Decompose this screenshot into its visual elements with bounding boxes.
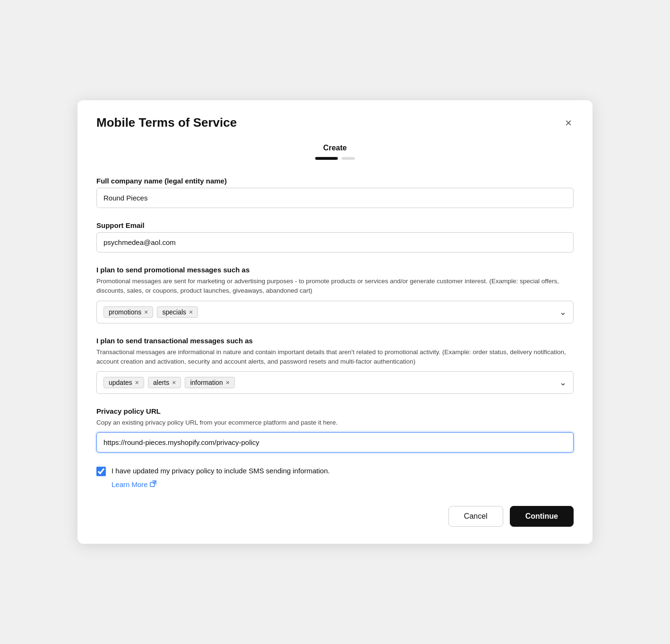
transactional-description: Transactional messages are informational…: [96, 348, 574, 367]
support-email-section: Support Email: [96, 221, 574, 252]
company-name-label: Full company name (legal entity name): [96, 177, 574, 185]
stepper-dot-2: [342, 157, 355, 160]
transactional-section: I plan to send transactional messages su…: [96, 337, 574, 394]
modal-header: Mobile Terms of Service ×: [96, 115, 574, 131]
support-email-input[interactable]: [96, 232, 574, 252]
privacy-policy-description: Copy an existing privacy policy URL from…: [96, 418, 574, 427]
continue-button[interactable]: Continue: [510, 506, 574, 527]
close-button[interactable]: ×: [563, 115, 574, 131]
external-link-icon: [150, 480, 156, 488]
learn-more-text: Learn More: [112, 480, 148, 488]
remove-specials-tag[interactable]: ×: [189, 309, 193, 315]
privacy-policy-checkbox[interactable]: [96, 467, 106, 476]
privacy-policy-input[interactable]: [96, 432, 574, 453]
promotional-tag-promotions: promotions ×: [103, 306, 153, 318]
promotional-tag-select[interactable]: promotions × specials × ⌄: [96, 301, 574, 323]
transactional-tag-select[interactable]: updates × alerts × information × ⌄: [96, 371, 574, 394]
modal-title: Mobile Terms of Service: [96, 115, 237, 130]
stepper-dots: [315, 157, 355, 160]
remove-updates-tag[interactable]: ×: [135, 379, 139, 386]
promotional-chevron-icon: ⌄: [559, 307, 567, 317]
learn-more-link[interactable]: Learn More: [112, 480, 156, 488]
checkbox-label: I have updated my privacy policy to incl…: [112, 466, 330, 477]
privacy-policy-label: Privacy policy URL: [96, 407, 574, 415]
promotional-label: I plan to send promotional messages such…: [96, 266, 574, 274]
footer-buttons: Cancel Continue: [96, 506, 574, 527]
company-name-section: Full company name (legal entity name): [96, 177, 574, 208]
remove-information-tag[interactable]: ×: [226, 379, 230, 386]
modal-container: Mobile Terms of Service × Create Full co…: [77, 100, 593, 544]
stepper-label: Create: [323, 144, 347, 152]
privacy-policy-section: Privacy policy URL Copy an existing priv…: [96, 407, 574, 453]
transactional-label: I plan to send transactional messages su…: [96, 337, 574, 345]
remove-promotions-tag[interactable]: ×: [144, 309, 148, 315]
transactional-chevron-icon: ⌄: [559, 377, 567, 388]
promotional-description: Promotional messages are sent for market…: [96, 277, 574, 296]
transactional-tag-updates: updates ×: [103, 377, 144, 388]
support-email-label: Support Email: [96, 221, 574, 229]
stepper: Create: [96, 144, 574, 160]
cancel-button[interactable]: Cancel: [448, 506, 503, 527]
transactional-tag-information: information ×: [185, 377, 234, 388]
promotional-tag-specials: specials ×: [157, 306, 198, 318]
checkbox-row: I have updated my privacy policy to incl…: [96, 466, 574, 477]
promotional-section: I plan to send promotional messages such…: [96, 266, 574, 323]
remove-alerts-tag[interactable]: ×: [172, 379, 176, 386]
company-name-input[interactable]: [96, 188, 574, 208]
stepper-dot-1: [315, 157, 338, 160]
transactional-tag-alerts: alerts ×: [148, 377, 181, 388]
checkbox-section: I have updated my privacy policy to incl…: [96, 466, 574, 489]
